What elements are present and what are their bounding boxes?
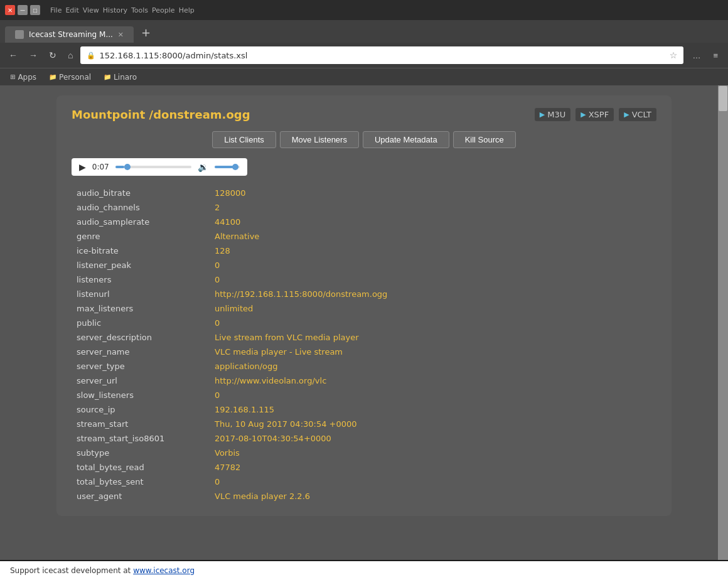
- table-row: total_bytes_read47782: [72, 460, 656, 475]
- mountpoint-title: Mountpoint /donstream.ogg: [72, 108, 250, 121]
- m3u-label: M3U: [547, 110, 565, 119]
- address-bar-row: ← → ↻ ⌂ 🔒 152.168.1.115:8000/admin/stats…: [0, 43, 728, 68]
- vclt-link[interactable]: ▶ VCLT: [619, 108, 656, 121]
- play-icon-vclt: ▶: [624, 110, 629, 119]
- vclt-label: VCLT: [632, 110, 651, 119]
- new-tab-button[interactable]: +: [134, 22, 158, 43]
- table-row: audio_samplerate44100: [72, 215, 656, 229]
- stat-value: 128: [210, 244, 656, 258]
- footer-text: Support icecast development at: [10, 566, 133, 575]
- update-metadata-button[interactable]: Update Metadata: [363, 131, 449, 148]
- list-clients-button[interactable]: List Clients: [212, 131, 276, 148]
- address-bar[interactable]: 🔒 152.168.1.115:8000/admin/stats.xsl ☆: [80, 46, 683, 64]
- maximize-button[interactable]: □: [30, 5, 40, 15]
- browser-tab[interactable]: Icecast Streaming M... ✕: [5, 26, 134, 43]
- stat-value: application/ogg: [210, 359, 656, 373]
- stat-value: 44100: [210, 215, 656, 229]
- bookmark-star-icon[interactable]: ☆: [670, 50, 678, 60]
- stat-key: audio_channels: [72, 200, 210, 215]
- security-lock-icon: 🔒: [87, 51, 95, 60]
- volume-fill: [215, 166, 233, 168]
- stat-key: total_bytes_read: [72, 460, 210, 475]
- stat-key: user_agent: [72, 489, 210, 503]
- table-row: user_agentVLC media player 2.2.6: [72, 489, 656, 503]
- table-row: listenurlhttp://192.168.1.115:8000/donst…: [72, 287, 656, 301]
- stat-value: 0: [210, 316, 656, 330]
- play-pause-button[interactable]: ▶: [79, 162, 86, 172]
- close-button[interactable]: ✕: [5, 5, 15, 15]
- bookmark-apps[interactable]: ⊞ Apps: [5, 72, 41, 83]
- stat-value: http://192.168.1.115:8000/donstream.ogg: [210, 287, 656, 301]
- minimize-button[interactable]: ─: [18, 5, 28, 15]
- stat-key: server_url: [72, 373, 210, 388]
- scrollbar-thumb[interactable]: [719, 86, 727, 111]
- audio-player: ▶ 0:07 🔉: [72, 158, 247, 176]
- action-buttons: List Clients Move Listeners Update Metad…: [72, 131, 656, 148]
- stat-key: audio_samplerate: [72, 215, 210, 229]
- window-controls: ✕ ─ □: [5, 5, 40, 15]
- forward-button[interactable]: →: [25, 49, 41, 62]
- bookmark-personal[interactable]: 📁 Personal: [44, 72, 96, 83]
- table-row: server_urlhttp://www.videolan.org/vlc: [72, 373, 656, 388]
- audio-progress-bar[interactable]: [115, 166, 191, 168]
- progress-thumb: [124, 164, 131, 170]
- tab-title: Icecast Streaming M...: [29, 30, 113, 39]
- overflow-menu-button[interactable]: ≡: [708, 50, 723, 62]
- back-button[interactable]: ←: [5, 49, 21, 62]
- bookmark-linaro[interactable]: 📁 Linaro: [99, 72, 142, 83]
- stat-key: stream_start_iso8601: [72, 431, 210, 446]
- card-header: Mountpoint /donstream.ogg ▶ M3U ▶ XSPF ▶…: [72, 108, 656, 121]
- xspf-link[interactable]: ▶ XSPF: [575, 108, 614, 121]
- stats-table: audio_bitrate128000audio_channels2audio_…: [72, 186, 656, 503]
- table-row: genreAlternative: [72, 229, 656, 244]
- tab-close-icon[interactable]: ✕: [118, 31, 124, 39]
- stat-key: audio_bitrate: [72, 186, 210, 200]
- stat-value: Thu, 10 Aug 2017 04:30:54 +0000: [210, 417, 656, 431]
- stat-key: source_ip: [72, 402, 210, 417]
- time-display: 0:07: [92, 163, 109, 171]
- header-links: ▶ M3U ▶ XSPF ▶ VCLT: [535, 108, 656, 121]
- tab-favicon: [15, 30, 24, 39]
- table-row: server_nameVLC media player - Live strea…: [72, 345, 656, 359]
- table-row: server_descriptionLive stream from VLC m…: [72, 330, 656, 345]
- folder-icon-2: 📁: [104, 73, 111, 80]
- apps-grid-icon: ⊞: [10, 73, 15, 80]
- stat-value: VLC media player 2.2.6: [210, 489, 656, 503]
- pocket-button[interactable]: …: [687, 50, 705, 62]
- footer-link[interactable]: www.icecast.org: [133, 566, 195, 575]
- kill-source-button[interactable]: Kill Source: [453, 131, 516, 148]
- bookmark-linaro-label: Linaro: [114, 73, 137, 82]
- page-scrollbar[interactable]: [718, 85, 728, 560]
- table-row: stream_startThu, 10 Aug 2017 04:30:54 +0…: [72, 417, 656, 431]
- progress-fill: [115, 166, 125, 168]
- stat-value: 47782: [210, 460, 656, 475]
- browser-menu-buttons: … ≡: [687, 50, 723, 62]
- stat-value: unlimited: [210, 301, 656, 316]
- stat-key: server_name: [72, 345, 210, 359]
- move-listeners-button[interactable]: Move Listeners: [280, 131, 359, 148]
- table-row: server_typeapplication/ogg: [72, 359, 656, 373]
- table-row: slow_listeners0: [72, 388, 656, 402]
- stat-value: 128000: [210, 186, 656, 200]
- table-row: listener_peak0: [72, 258, 656, 272]
- table-row: stream_start_iso86012017-08-10T04:30:54+…: [72, 431, 656, 446]
- stat-value: 2017-08-10T04:30:54+0000: [210, 431, 656, 446]
- bookmark-personal-label: Personal: [59, 73, 91, 82]
- page-footer: Support icecast development at www.iceca…: [0, 561, 728, 580]
- stat-value: Alternative: [210, 229, 656, 244]
- table-row: max_listenersunlimited: [72, 301, 656, 316]
- table-row: audio_bitrate128000: [72, 186, 656, 200]
- home-button[interactable]: ⌂: [64, 49, 77, 62]
- volume-bar[interactable]: [215, 166, 240, 168]
- stat-key: stream_start: [72, 417, 210, 431]
- stat-key: listeners: [72, 272, 210, 287]
- m3u-link[interactable]: ▶ M3U: [535, 108, 570, 121]
- stat-key: listener_peak: [72, 258, 210, 272]
- refresh-button[interactable]: ↻: [45, 49, 60, 62]
- stat-key: max_listeners: [72, 301, 210, 316]
- stat-key: listenurl: [72, 287, 210, 301]
- stat-key: genre: [72, 229, 210, 244]
- stat-key: server_description: [72, 330, 210, 345]
- table-row: source_ip192.168.1.115: [72, 402, 656, 417]
- table-row: subtypeVorbis: [72, 446, 656, 460]
